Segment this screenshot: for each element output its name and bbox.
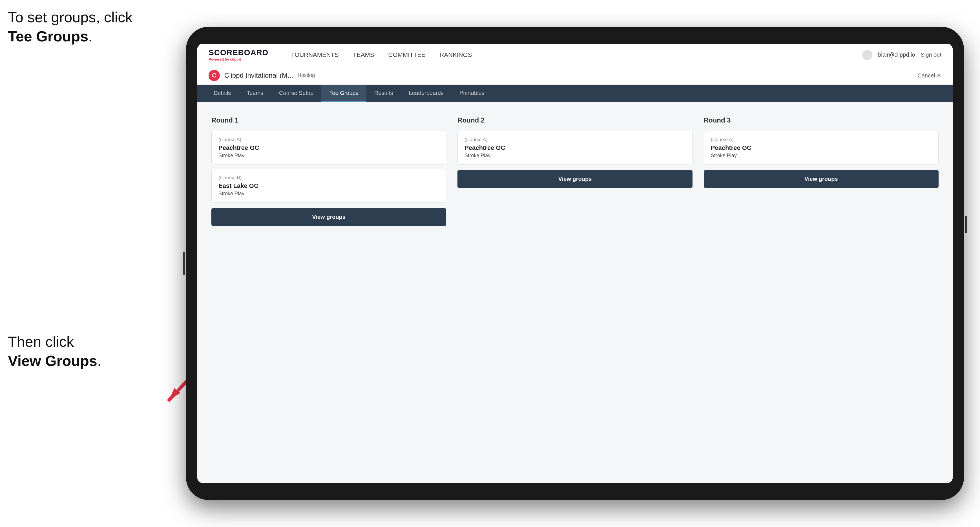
round-1-course-a-card: (Course A) Peachtree GC Stroke Play [212,131,446,165]
round-2-course-a-name: Peachtree GC [465,144,685,152]
tournament-name: Clippd Invitational (M... [224,71,293,79]
round-1-view-groups-button[interactable]: View groups [212,208,446,226]
round-3-column: Round 3 (Course A) Peachtree GC Stroke P… [704,116,939,188]
rounds-container: Round 1 (Course A) Peachtree GC Stroke P… [212,116,939,226]
logo-area: SCOREBOARD Powered by clippit [208,48,268,61]
tab-results[interactable]: Results [366,85,401,102]
round-1-course-a-name: Peachtree GC [218,144,439,152]
tournament-bar: C Clippd Invitational (M... Hosting Canc… [197,66,953,85]
nav-committee[interactable]: COMMITTEE [388,49,426,61]
round-3-course-a-name: Peachtree GC [711,144,932,152]
round-1-course-b-name: East Lake GC [218,182,439,190]
tournament-info: C Clippd Invitational (M... Hosting [208,70,315,81]
nav-right: blair@clippd.io Sign out [862,50,942,60]
instruction-bottom-line2: View Groups [8,352,97,369]
round-1-column: Round 1 (Course A) Peachtree GC Stroke P… [212,116,446,226]
round-2-column: Round 2 (Course A) Peachtree GC Stroke P… [457,116,692,188]
round-1-title: Round 1 [212,116,446,124]
nav-teams[interactable]: TEAMS [353,49,374,61]
sign-out-link[interactable]: Sign out [921,52,942,58]
round-3-course-a-card: (Course A) Peachtree GC Stroke Play [704,131,939,165]
logo-text: SCOREBOARD [208,48,268,57]
round-3-course-a-format: Stroke Play [711,153,932,159]
tab-tee-groups[interactable]: Tee Groups [321,85,366,102]
user-avatar [862,50,872,60]
round-3-view-groups-button[interactable]: View groups [704,170,939,188]
tablet-right-button [965,216,967,233]
round-1-course-b-card: (Course B) East Lake GC Stroke Play [212,169,446,203]
round-2-view-groups-button[interactable]: View groups [457,170,692,188]
round-2-course-a-format: Stroke Play [465,153,685,159]
round-2-course-a-card: (Course A) Peachtree GC Stroke Play [457,131,692,165]
nav-links: TOURNAMENTS TEAMS COMMITTEE RANKINGS [291,49,845,61]
main-content: Round 1 (Course A) Peachtree GC Stroke P… [197,102,953,483]
round-1-course-a-format: Stroke Play [218,153,439,159]
tab-bar: Details Teams Course Setup Tee Groups Re… [197,85,953,102]
round-3-course-a-label: (Course A) [711,137,932,143]
logo-sub: Powered by clippit [208,57,268,61]
tab-details[interactable]: Details [206,85,239,102]
tab-teams[interactable]: Teams [239,85,271,102]
hosting-badge: Hosting [298,72,315,78]
nav-rankings[interactable]: RANKINGS [440,49,472,61]
tab-printables[interactable]: Printables [452,85,492,102]
round-2-course-a-label: (Course A) [465,137,685,143]
tablet-screen: SCOREBOARD Powered by clippit TOURNAMENT… [197,44,953,483]
round-3-title: Round 3 [704,116,939,124]
user-email: blair@clippd.io [878,52,915,58]
cancel-button[interactable]: Cancel ✕ [918,72,942,79]
round-1-course-b-label: (Course B) [218,175,439,181]
round-1-course-b-format: Stroke Play [218,191,439,197]
nav-tournaments[interactable]: TOURNAMENTS [291,49,339,61]
top-nav: SCOREBOARD Powered by clippit TOURNAMENT… [197,44,953,66]
round-2-title: Round 2 [457,116,692,124]
tablet-side-button [183,252,185,275]
tournament-logo: C [208,70,220,81]
tab-course-setup[interactable]: Course Setup [271,85,321,102]
instruction-bottom-period: . [97,352,101,369]
instruction-bottom: Then click View Groups. [8,332,101,370]
instruction-top-line2: Tee Groups [8,28,88,44]
instruction-top: To set groups, click Tee Groups. [8,8,132,46]
instruction-bottom-line1: Then click [8,333,74,350]
instruction-top-period: . [88,28,92,44]
tab-leaderboards[interactable]: Leaderboards [401,85,451,102]
round-1-course-a-label: (Course A) [218,137,439,143]
tablet-frame: SCOREBOARD Powered by clippit TOURNAMENT… [186,27,964,500]
instruction-top-line1: To set groups, click [8,9,132,25]
